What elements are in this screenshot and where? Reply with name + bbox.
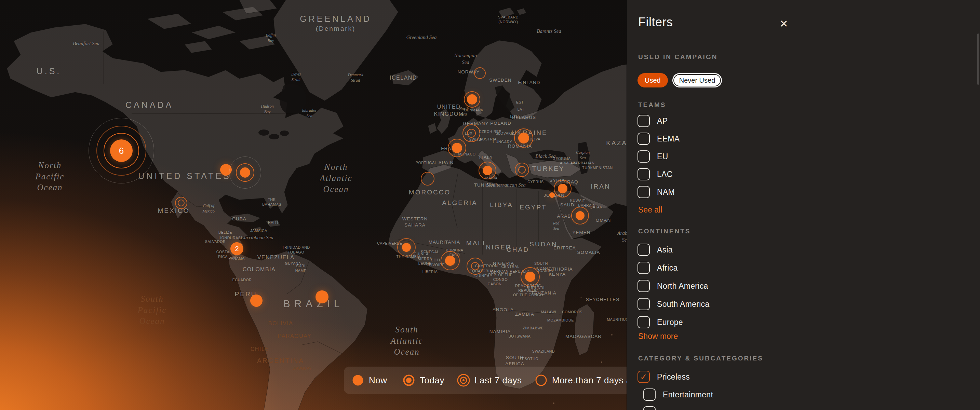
sidebar-item-continent-north-america[interactable]: North America [638,280,709,292]
sidebar-item-team-lac[interactable]: LAC [638,168,679,180]
checkbox[interactable] [638,115,650,127]
see-all-link[interactable]: See all [638,205,662,215]
today-marker-icon [402,374,415,387]
legend-label: More than 7 days ago [552,375,627,386]
section-categories: CATEGORY & SUBCATEGORIES [638,354,763,362]
legend-label: Today [420,375,444,386]
checkbox[interactable] [638,244,650,256]
sidebar-item-continent-europe[interactable]: Europe [638,316,709,328]
never-used-pill-button[interactable]: Never Used [672,73,722,87]
checkbox[interactable] [638,150,650,163]
checkbox[interactable] [638,133,650,145]
sidebar-item-category-priceless[interactable]: ✓ Priceless [638,371,713,383]
checkbox-checked[interactable]: ✓ [638,371,650,383]
sidebar-item-team-ap[interactable]: AP [638,115,679,127]
close-icon[interactable]: ✕ [776,16,791,32]
older-marker-icon [535,374,547,387]
legend-item-now: Now [352,374,387,387]
checkbox[interactable] [643,406,655,410]
sidebar-item-continent-asia[interactable]: Asia [638,244,709,256]
categories-list: ✓ Priceless Entertainment [638,371,713,410]
now-marker-icon [352,374,364,387]
map-legend: Now Today Last 7 days More than 7 days a… [344,367,627,394]
panel-scrollbar[interactable] [977,33,979,85]
checkbox[interactable] [638,280,650,292]
checkbox[interactable] [638,262,650,274]
section-used-in-campaign: USED IN CAMPAIGN [638,53,718,61]
page-title: Filters [638,15,673,29]
sidebar-item-continent-africa[interactable]: Africa [638,262,709,274]
checkbox[interactable] [638,316,650,328]
sidebar-item-team-nam[interactable]: NAM [638,186,679,198]
legend-item-older: More than 7 days ago [535,374,627,387]
checkbox[interactable] [638,186,650,198]
map-land-shapes [0,0,627,410]
legend-label: Last 7 days [474,375,522,386]
sidebar-item-team-eema[interactable]: EEMA [638,133,679,145]
checkbox[interactable] [643,388,655,401]
legend-item-last7: Last 7 days [457,374,522,387]
used-pill-button[interactable]: Used [638,73,668,87]
teams-list: AP EEMA EU LAC NAM [638,115,679,198]
section-teams: TEAMS [638,101,666,109]
sidebar-item-category-entertainment[interactable]: Entertainment [643,388,713,401]
sidebar-item-category-partial[interactable] [643,406,713,410]
show-more-link[interactable]: Show more [638,332,678,341]
filters-panel: Filters ✕ USED IN CAMPAIGN Used Never Us… [627,0,980,410]
legend-item-today: Today [402,374,444,387]
legend-label: Now [369,375,387,386]
checkbox[interactable] [638,168,650,180]
last7days-marker-icon [457,374,470,387]
sidebar-item-continent-south-america[interactable]: South America [638,298,709,310]
sidebar-item-team-eu[interactable]: EU [638,150,679,163]
used-toggle-group: Used Never Used [638,73,722,87]
checkbox[interactable] [638,298,650,310]
world-map[interactable]: GREENLAND(Denmark)SVALBARD (NORWAY)Baren… [0,0,627,410]
section-continents: CONTINENTS [638,227,691,235]
app: GREENLAND(Denmark)SVALBARD (NORWAY)Baren… [0,0,980,410]
check-icon: ✓ [640,372,648,382]
continents-list: Asia Africa North America South America … [638,244,709,328]
